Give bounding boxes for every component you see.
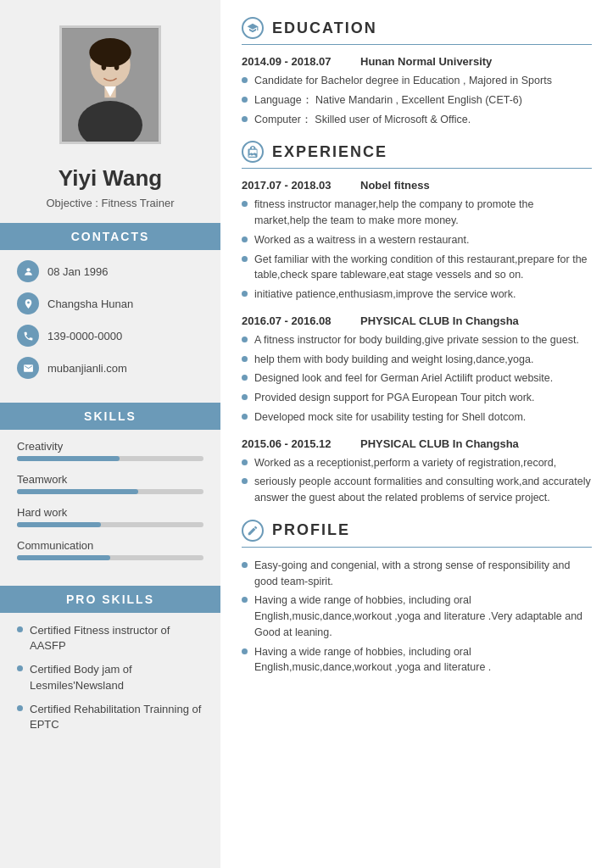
skill-communication: Communication [17, 539, 203, 560]
svg-point-2 [89, 38, 131, 67]
exp1-bullet-1: fitness instructor manager,help the comp… [242, 197, 592, 229]
experience-entry-3-bullets: Worked as a receptionist,perform a varie… [242, 455, 592, 506]
exp2-bullet-4: Provided design support for PGA European… [242, 390, 592, 406]
location-icon [17, 292, 39, 314]
exp1-bullet-4: initiative patience,enthusiasm,improve t… [242, 287, 592, 303]
experience-entry-1-date: 2017.07 - 2018.03 [242, 179, 360, 192]
experience-title: EXPERIENCE [272, 143, 387, 161]
bullet-dot [242, 414, 248, 420]
pro-skill-3-text: Certified Rehabilitation Trainning of EP… [30, 702, 203, 732]
education-section-title: EDUCATION [242, 17, 592, 39]
skill-teamwork-bar-bg [17, 489, 203, 494]
skill-creativity-label: Creativity [17, 440, 203, 453]
pro-skill-3-bullet [17, 705, 23, 711]
skill-communication-bar-bg [17, 555, 203, 560]
education-divider [242, 44, 592, 45]
experience-entry-2-header: 2016.07 - 2016.08 PHYSICAL CLUB In Chang… [242, 314, 592, 327]
candidate-name: Yiyi Wang [50, 165, 170, 192]
contact-location-text: Changsha Hunan [47, 298, 133, 310]
skill-creativity: Creativity [17, 440, 203, 461]
photo-area [0, 0, 220, 157]
skill-creativity-bar-bg [17, 456, 203, 461]
pro-skills-header: PRO SKILLS [0, 586, 220, 613]
experience-section-title: EXPERIENCE [242, 141, 592, 163]
education-bullet-3: Computer： Skilled user of Microsoft & Of… [242, 112, 592, 128]
skill-hardwork: Hard work [17, 506, 203, 527]
experience-entry-1-org: Nobel fitness [360, 179, 430, 192]
education-entry-1-header: 2014.09 - 2018.07 Hunan Normal Universit… [242, 55, 592, 68]
experience-divider [242, 168, 592, 169]
bullet-dot [242, 97, 248, 103]
education-title: EDUCATION [272, 19, 377, 37]
main-content: EDUCATION 2014.09 - 2018.07 Hunan Normal… [220, 0, 613, 868]
pro-skill-2-text: Certified Body jam of Lesmiles'Newsland [30, 662, 203, 693]
bullet-dot [242, 256, 248, 262]
experience-entry-1: 2017.07 - 2018.03 Nobel fitness fitness … [242, 179, 592, 303]
exp2-bullet-1: A fitness instructor for body building,g… [242, 332, 592, 348]
profile-photo [59, 25, 161, 144]
profile-bullet-3: Having a wide range of hobbies, includin… [242, 644, 592, 676]
profile-section-title: PROFILE [242, 520, 592, 542]
bullet-dot [242, 356, 248, 362]
exp1-bullet-3: Get familiar with the working condition … [242, 252, 592, 284]
contact-location: Changsha Hunan [17, 292, 203, 314]
experience-entry-3-date: 2015.06 - 2015.12 [242, 437, 360, 450]
skill-hardwork-bar-bg [17, 522, 203, 527]
exp1-bullet-2: Worked as a waitress in a western restau… [242, 232, 592, 248]
skill-creativity-bar-fill [17, 456, 120, 461]
contact-dob-text: 08 Jan 1996 [47, 265, 109, 278]
bullet-dot [242, 116, 248, 122]
profile-bullet-2: Having a wide range of hobbies, includin… [242, 593, 592, 640]
candidate-objective: Objective : Fitness Trainer [47, 197, 175, 209]
pro-skill-1-text: Certified Fitness instructor of AASFP [30, 623, 203, 654]
phone-icon [17, 325, 39, 347]
skill-hardwork-bar-fill [17, 522, 101, 527]
education-bullet-1: Candidate for Bachelor degree in Educati… [242, 73, 592, 89]
profile-title: PROFILE [272, 521, 350, 539]
experience-entry-2-org: PHYSICAL CLUB In Changsha [360, 314, 519, 327]
sidebar: Yiyi Wang Objective : Fitness Trainer CO… [0, 0, 220, 868]
exp2-bullet-3: Designed look and feel for German Ariel … [242, 370, 592, 387]
contact-list: 08 Jan 1996 Changsha Hunan 139-0000-0000… [0, 260, 220, 389]
email-icon [17, 357, 39, 379]
experience-entry-3-header: 2015.06 - 2015.12 PHYSICAL CLUB In Chang… [242, 437, 592, 450]
experience-entry-1-bullets: fitness instructor manager,help the comp… [242, 197, 592, 303]
profile-divider [242, 547, 592, 548]
skill-teamwork: Teamwork [17, 473, 203, 494]
experience-entry-3-org: PHYSICAL CLUB In Changsha [360, 437, 519, 450]
pro-skill-1-bullet [17, 626, 23, 632]
bullet-dot [242, 648, 248, 654]
skill-hardwork-label: Hard work [17, 506, 203, 519]
skill-communication-bar-fill [17, 555, 110, 560]
bullet-dot [242, 375, 248, 381]
skills-header: SKILLS [0, 403, 220, 430]
experience-entry-2-date: 2016.07 - 2016.08 [242, 314, 360, 327]
exp3-bullet-2: seriously people account formalities and… [242, 474, 592, 506]
contact-phone: 139-0000-0000 [17, 325, 203, 347]
skill-communication-label: Communication [17, 539, 203, 552]
profile-bullets: Easy-going and congenial, with a strong … [242, 558, 592, 676]
experience-entry-3: 2015.06 - 2015.12 PHYSICAL CLUB In Chang… [242, 437, 592, 506]
bullet-dot [242, 291, 248, 297]
contact-phone-text: 139-0000-0000 [47, 330, 122, 342]
exp2-bullet-5: Developed mock site for usability testin… [242, 409, 592, 426]
svg-point-8 [26, 268, 30, 271]
education-entry-1-date: 2014.09 - 2018.07 [242, 55, 360, 68]
svg-point-7 [114, 64, 120, 70]
experience-entry-2: 2016.07 - 2016.08 PHYSICAL CLUB In Chang… [242, 314, 592, 426]
bullet-dot [242, 201, 248, 207]
exp3-bullet-1: Worked as a receptionist,perform a varie… [242, 455, 592, 471]
contact-dob: 08 Jan 1996 [17, 260, 203, 282]
education-entry-1-bullets: Candidate for Bachelor degree in Educati… [242, 73, 592, 127]
dob-icon [17, 260, 39, 282]
education-entry-1-org: Hunan Normal University [360, 55, 492, 68]
education-bullet-2: Language： Native Mandarin , Excellent En… [242, 92, 592, 108]
experience-entry-2-bullets: A fitness instructor for body building,g… [242, 332, 592, 426]
education-icon [242, 17, 264, 39]
education-entry-1: 2014.09 - 2018.07 Hunan Normal Universit… [242, 55, 592, 127]
bullet-dot [242, 562, 248, 568]
bullet-dot [242, 478, 248, 484]
pro-skill-1: Certified Fitness instructor of AASFP [17, 623, 203, 654]
experience-icon [242, 141, 264, 163]
bullet-dot [242, 459, 248, 465]
